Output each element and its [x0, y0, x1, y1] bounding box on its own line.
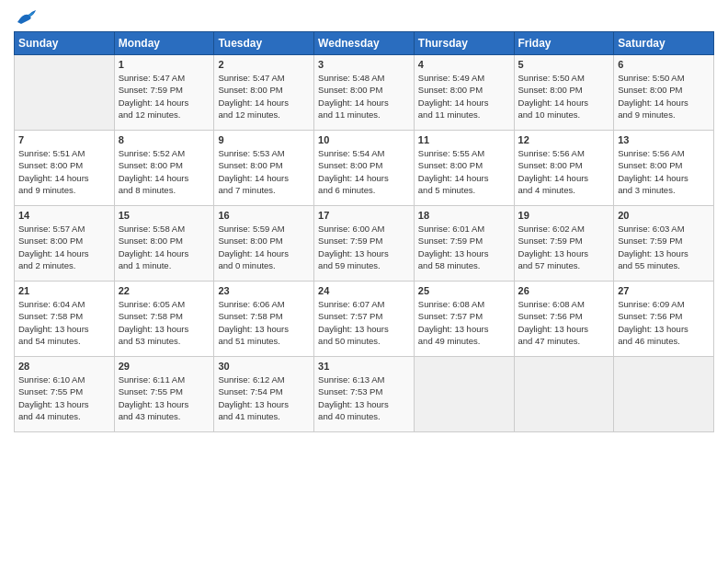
day-number: 10	[318, 134, 410, 145]
day-number: 27	[618, 285, 710, 296]
day-number: 28	[18, 361, 110, 372]
day-info: Sunrise: 6:00 AM Sunset: 7:59 PM Dayligh…	[318, 223, 410, 271]
calendar-cell: 28Sunrise: 6:10 AM Sunset: 7:55 PM Dayli…	[15, 357, 115, 432]
header-thursday: Thursday	[414, 32, 514, 55]
day-number: 21	[18, 285, 110, 296]
header-monday: Monday	[114, 32, 214, 55]
day-info: Sunrise: 6:02 AM Sunset: 7:59 PM Dayligh…	[518, 223, 610, 271]
day-info: Sunrise: 5:47 AM Sunset: 7:59 PM Dayligh…	[119, 72, 210, 121]
day-info: Sunrise: 6:08 AM Sunset: 7:56 PM Dayligh…	[518, 298, 610, 347]
calendar-cell: 16Sunrise: 5:59 AM Sunset: 8:00 PM Dayli…	[214, 206, 314, 282]
calendar-table: SundayMondayTuesdayWednesdayThursdayFrid…	[14, 31, 714, 432]
day-info: Sunrise: 5:56 AM Sunset: 8:00 PM Dayligh…	[518, 147, 610, 196]
week-row-1: 7Sunrise: 5:51 AM Sunset: 8:00 PM Daylig…	[15, 131, 714, 206]
logo-bird-icon	[16, 9, 36, 26]
day-info: Sunrise: 6:05 AM Sunset: 7:58 PM Dayligh…	[119, 298, 210, 347]
calendar-cell	[15, 55, 115, 131]
day-number: 23	[218, 285, 310, 296]
calendar-cell: 24Sunrise: 6:07 AM Sunset: 7:57 PM Dayli…	[314, 282, 415, 357]
calendar-cell	[614, 357, 714, 432]
calendar-cell: 5Sunrise: 5:50 AM Sunset: 8:00 PM Daylig…	[514, 55, 614, 131]
calendar-cell: 14Sunrise: 5:57 AM Sunset: 8:00 PM Dayli…	[15, 206, 115, 282]
calendar-cell: 27Sunrise: 6:09 AM Sunset: 7:56 PM Dayli…	[614, 282, 714, 357]
day-number: 19	[518, 210, 610, 221]
day-info: Sunrise: 6:12 AM Sunset: 7:54 PM Dayligh…	[218, 373, 310, 422]
day-number: 24	[318, 285, 410, 296]
day-number: 3	[318, 59, 410, 70]
week-row-4: 28Sunrise: 6:10 AM Sunset: 7:55 PM Dayli…	[15, 357, 714, 432]
day-number: 25	[418, 285, 510, 296]
day-info: Sunrise: 6:10 AM Sunset: 7:55 PM Dayligh…	[18, 373, 110, 422]
calendar-cell: 19Sunrise: 6:02 AM Sunset: 7:59 PM Dayli…	[514, 206, 614, 282]
day-number: 22	[119, 285, 210, 296]
day-number: 15	[119, 210, 210, 221]
calendar-cell: 31Sunrise: 6:13 AM Sunset: 7:53 PM Dayli…	[314, 357, 415, 432]
calendar-cell: 21Sunrise: 6:04 AM Sunset: 7:58 PM Dayli…	[15, 282, 115, 357]
day-number: 5	[518, 59, 610, 70]
day-info: Sunrise: 6:09 AM Sunset: 7:56 PM Dayligh…	[618, 298, 710, 347]
header-wednesday: Wednesday	[314, 32, 415, 55]
day-number: 18	[418, 210, 510, 221]
day-info: Sunrise: 5:51 AM Sunset: 8:00 PM Dayligh…	[18, 147, 110, 196]
calendar-cell: 12Sunrise: 5:56 AM Sunset: 8:00 PM Dayli…	[514, 131, 614, 206]
day-info: Sunrise: 5:56 AM Sunset: 8:00 PM Dayligh…	[618, 147, 710, 196]
calendar-cell: 18Sunrise: 6:01 AM Sunset: 7:59 PM Dayli…	[414, 206, 514, 282]
calendar-cell: 29Sunrise: 6:11 AM Sunset: 7:55 PM Dayli…	[114, 357, 214, 432]
calendar-cell	[414, 357, 514, 432]
calendar-cell: 25Sunrise: 6:08 AM Sunset: 7:57 PM Dayli…	[414, 282, 514, 357]
calendar-cell: 8Sunrise: 5:52 AM Sunset: 8:00 PM Daylig…	[114, 131, 214, 206]
calendar-cell: 17Sunrise: 6:00 AM Sunset: 7:59 PM Dayli…	[314, 206, 415, 282]
day-info: Sunrise: 6:11 AM Sunset: 7:55 PM Dayligh…	[119, 373, 210, 422]
day-info: Sunrise: 5:53 AM Sunset: 8:00 PM Dayligh…	[218, 147, 310, 196]
calendar-cell: 30Sunrise: 6:12 AM Sunset: 7:54 PM Dayli…	[214, 357, 314, 432]
day-number: 30	[218, 361, 310, 372]
day-number: 8	[119, 134, 210, 145]
day-number: 20	[618, 210, 710, 221]
day-number: 12	[518, 134, 610, 145]
week-row-0: 1Sunrise: 5:47 AM Sunset: 7:59 PM Daylig…	[15, 55, 714, 131]
day-info: Sunrise: 6:08 AM Sunset: 7:57 PM Dayligh…	[418, 298, 510, 347]
calendar-cell: 4Sunrise: 5:49 AM Sunset: 8:00 PM Daylig…	[414, 55, 514, 131]
day-info: Sunrise: 5:59 AM Sunset: 8:00 PM Dayligh…	[218, 223, 310, 271]
calendar-cell: 11Sunrise: 5:55 AM Sunset: 8:00 PM Dayli…	[414, 131, 514, 206]
calendar-cell: 9Sunrise: 5:53 AM Sunset: 8:00 PM Daylig…	[214, 131, 314, 206]
day-number: 2	[218, 59, 310, 70]
calendar-cell: 23Sunrise: 6:06 AM Sunset: 7:58 PM Dayli…	[214, 282, 314, 357]
day-number: 31	[318, 361, 410, 372]
day-info: Sunrise: 5:54 AM Sunset: 8:00 PM Dayligh…	[318, 147, 410, 196]
calendar-cell: 6Sunrise: 5:50 AM Sunset: 8:00 PM Daylig…	[614, 55, 714, 131]
day-info: Sunrise: 5:58 AM Sunset: 8:00 PM Dayligh…	[119, 223, 210, 271]
calendar-cell: 1Sunrise: 5:47 AM Sunset: 7:59 PM Daylig…	[114, 55, 214, 131]
day-number: 26	[518, 285, 610, 296]
day-number: 17	[318, 210, 410, 221]
calendar-cell: 22Sunrise: 6:05 AM Sunset: 7:58 PM Dayli…	[114, 282, 214, 357]
page-header	[14, 9, 714, 26]
calendar-cell: 15Sunrise: 5:58 AM Sunset: 8:00 PM Dayli…	[114, 206, 214, 282]
calendar-cell: 26Sunrise: 6:08 AM Sunset: 7:56 PM Dayli…	[514, 282, 614, 357]
header-sunday: Sunday	[15, 32, 115, 55]
day-info: Sunrise: 5:55 AM Sunset: 8:00 PM Dayligh…	[418, 147, 510, 196]
day-number: 1	[119, 59, 210, 70]
calendar-cell: 2Sunrise: 5:47 AM Sunset: 8:00 PM Daylig…	[214, 55, 314, 131]
day-info: Sunrise: 6:13 AM Sunset: 7:53 PM Dayligh…	[318, 373, 410, 422]
week-row-2: 14Sunrise: 5:57 AM Sunset: 8:00 PM Dayli…	[15, 206, 714, 282]
day-number: 4	[418, 59, 510, 70]
calendar-cell: 7Sunrise: 5:51 AM Sunset: 8:00 PM Daylig…	[15, 131, 115, 206]
day-info: Sunrise: 6:06 AM Sunset: 7:58 PM Dayligh…	[218, 298, 310, 347]
day-info: Sunrise: 5:52 AM Sunset: 8:00 PM Dayligh…	[119, 147, 210, 196]
day-number: 6	[618, 59, 710, 70]
day-number: 9	[218, 134, 310, 145]
day-info: Sunrise: 5:57 AM Sunset: 8:00 PM Dayligh…	[18, 223, 110, 271]
logo	[14, 9, 36, 26]
day-number: 14	[18, 210, 110, 221]
week-row-3: 21Sunrise: 6:04 AM Sunset: 7:58 PM Dayli…	[15, 282, 714, 357]
calendar-cell: 3Sunrise: 5:48 AM Sunset: 8:00 PM Daylig…	[314, 55, 415, 131]
calendar-cell	[514, 357, 614, 432]
day-info: Sunrise: 5:50 AM Sunset: 8:00 PM Dayligh…	[618, 72, 710, 121]
day-info: Sunrise: 5:50 AM Sunset: 8:00 PM Dayligh…	[518, 72, 610, 121]
day-info: Sunrise: 6:03 AM Sunset: 7:59 PM Dayligh…	[618, 223, 710, 271]
day-number: 7	[18, 134, 110, 145]
day-number: 13	[618, 134, 710, 145]
header-saturday: Saturday	[614, 32, 714, 55]
calendar-cell: 13Sunrise: 5:56 AM Sunset: 8:00 PM Dayli…	[614, 131, 714, 206]
